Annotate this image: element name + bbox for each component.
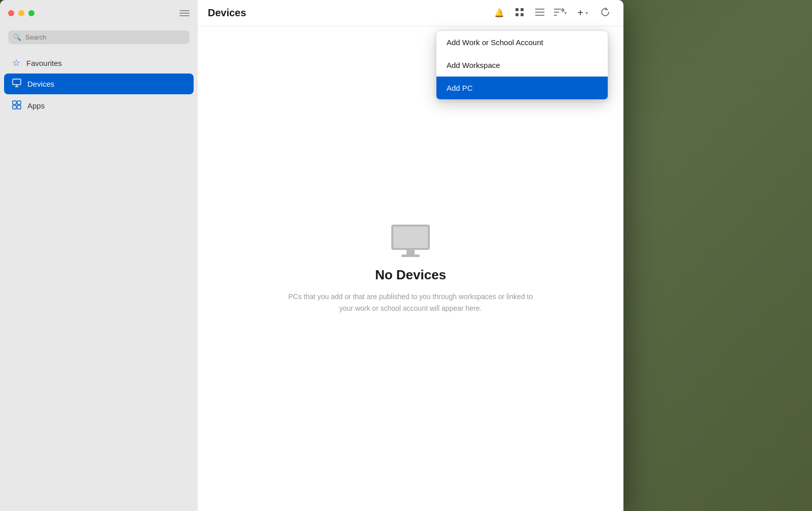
maximize-button[interactable] — [28, 10, 34, 16]
svg-rect-8 — [521, 8, 524, 11]
svg-rect-19 — [393, 227, 428, 248]
minimize-button[interactable] — [18, 10, 24, 16]
dropdown-item-label: Add PC — [447, 84, 473, 92]
svg-rect-7 — [515, 8, 519, 11]
add-button[interactable]: + ▾ — [572, 4, 593, 22]
desktop-right — [623, 0, 812, 511]
empty-monitor-icon — [390, 224, 431, 259]
sort-icon — [554, 8, 564, 18]
svg-rect-21 — [401, 254, 420, 257]
dropdown-item-add-pc[interactable]: Add PC — [436, 77, 608, 99]
sidebar-item-favourites[interactable]: ☆ Favourites — [4, 53, 194, 72]
sort-chevron-icon: ▾ — [564, 10, 567, 16]
empty-description: PCs that you add or that are published t… — [284, 291, 537, 314]
refresh-icon — [601, 8, 610, 19]
sidebar-navigation: ☆ Favourites Devices — [0, 50, 198, 511]
toggle-line — [179, 10, 190, 11]
add-chevron-icon: ▾ — [585, 10, 588, 16]
monitor-icon — [12, 79, 21, 89]
svg-rect-5 — [13, 105, 16, 109]
list-view-button[interactable] — [532, 5, 548, 21]
header-actions: 🔔 — [491, 4, 613, 22]
toggle-line — [179, 15, 190, 16]
empty-title: No Devices — [375, 267, 446, 283]
page-title: Devices — [208, 7, 485, 19]
apps-icon — [12, 100, 21, 111]
toggle-line — [179, 13, 190, 14]
sidebar-item-apps[interactable]: Apps — [4, 95, 194, 116]
sidebar-item-label: Devices — [27, 80, 54, 88]
svg-rect-20 — [407, 250, 415, 255]
plus-icon: + — [577, 7, 583, 19]
svg-rect-0 — [13, 79, 21, 85]
list-icon — [535, 9, 544, 18]
search-container: 🔍 — [0, 26, 198, 50]
add-dropdown-menu: Add Work or School Account Add Workspace… — [436, 30, 608, 100]
sidebar: 🔍 ☆ Favourites Devices — [0, 0, 198, 511]
search-icon: 🔍 — [13, 33, 21, 41]
star-icon: ☆ — [12, 58, 20, 67]
dropdown-item-add-workspace[interactable]: Add Workspace — [436, 54, 608, 77]
sidebar-toggle-button[interactable] — [179, 9, 190, 17]
sidebar-item-label: Apps — [27, 101, 45, 110]
svg-rect-3 — [13, 101, 16, 104]
grid-icon — [515, 8, 524, 19]
search-box: 🔍 — [8, 30, 190, 44]
bell-icon: 🔔 — [494, 8, 504, 18]
search-input[interactable] — [25, 33, 184, 41]
notification-button[interactable]: 🔔 — [491, 5, 507, 21]
dropdown-item-add-work-school[interactable]: Add Work or School Account — [436, 31, 608, 54]
sort-button[interactable]: ▾ — [552, 5, 568, 21]
sidebar-item-label: Favourites — [26, 59, 62, 67]
close-button[interactable] — [8, 10, 14, 16]
main-content: Devices 🔔 — [198, 0, 623, 511]
titlebar — [0, 0, 198, 26]
main-header: Devices 🔔 — [198, 0, 623, 26]
svg-rect-6 — [17, 105, 21, 109]
grid-view-button[interactable] — [511, 5, 528, 21]
app-window: 🔍 ☆ Favourites Devices — [0, 0, 623, 511]
svg-rect-10 — [521, 13, 524, 16]
refresh-button[interactable] — [597, 5, 613, 21]
traffic-lights — [8, 10, 34, 16]
dropdown-item-label: Add Workspace — [447, 61, 500, 69]
dropdown-item-label: Add Work or School Account — [447, 38, 543, 47]
svg-rect-4 — [17, 101, 21, 104]
sidebar-item-devices[interactable]: Devices — [4, 74, 194, 94]
svg-rect-9 — [515, 13, 519, 16]
